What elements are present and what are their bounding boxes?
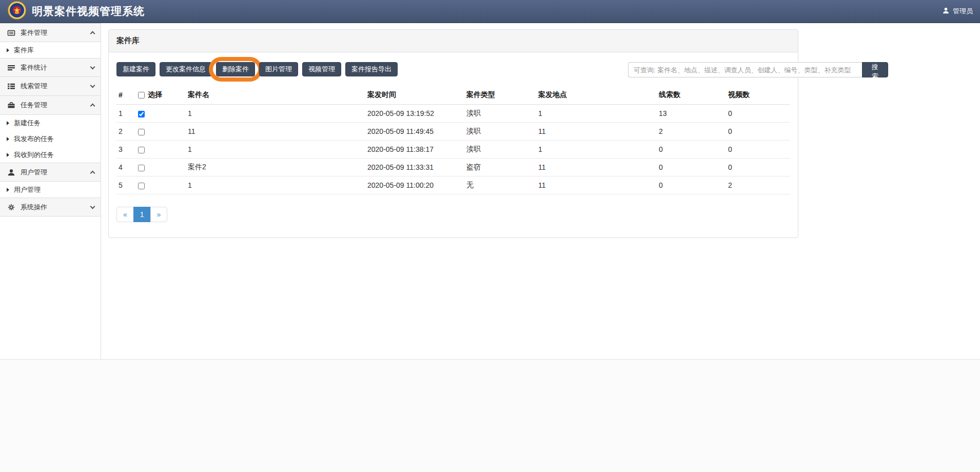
table-row: 112020-05-09 13:19:52渎职1130 [116,105,790,123]
search-button[interactable]: 搜索 [862,62,888,77]
sidebar-subitem-7[interactable]: 我收到的任务 [0,147,101,163]
toolbar-button-1[interactable]: 更改案件信息 [160,62,212,76]
cell-location: 11 [538,127,546,135]
briefcase-icon [7,101,15,109]
cell-index: 1 [119,109,123,117]
cell-clues: 0 [659,163,663,171]
sidebar-subitem-label: 我收到的任务 [14,150,54,160]
cell-clues: 13 [659,109,667,117]
row-checkbox[interactable] [138,183,145,189]
cell-videos: 0 [728,127,732,135]
cell-time: 2020-05-09 11:33:31 [367,163,434,171]
pagination-prev[interactable]: « [116,207,134,222]
sidebar-subitem-6[interactable]: 我发布的任务 [0,131,101,147]
column-header-1: 选择 [136,86,186,105]
cell-type: 渎职 [466,145,481,153]
cell-location: 11 [538,181,546,189]
cell-time: 2020-05-09 11:38:17 [367,145,434,153]
sidebar-item-label: 线索管理 [21,82,47,91]
user-icon [7,168,15,176]
brand: 明景案件视频管理系统 [7,1,145,22]
sidebar-subitem-5[interactable]: 新建任务 [0,115,101,131]
caret-right-icon [7,153,9,157]
sidebar-item-4[interactable]: 任务管理 [0,96,101,115]
row-checkbox[interactable] [138,129,145,135]
cell-clues: 0 [659,145,663,153]
cell-videos: 0 [728,109,732,117]
cell-clues: 2 [659,127,663,135]
sidebar-item-8[interactable]: 用户管理 [0,163,101,182]
user-name: 管理员 [953,7,973,16]
page-footer [0,359,980,472]
cell-time: 2020-05-09 11:00:20 [367,181,434,189]
user-menu[interactable]: 管理员 [942,7,973,16]
table-body: 112020-05-09 13:19:52渎职11302112020-05-09… [116,105,790,194]
sidebar: 案件管理 案件库 案件统计 线索管理 任务管理 新建任务 我发布的任务 我收到的… [0,23,101,359]
toolbar-button-3[interactable]: 图片管理 [259,62,298,76]
toolbar: 新建案件更改案件信息删除案件图片管理视频管理案件报告导出 搜索 [116,62,790,77]
cell-type: 盗窃 [466,163,481,171]
sidebar-subitem-label: 案件库 [14,46,34,55]
cell-videos: 0 [728,163,732,171]
sidebar-item-2[interactable]: 案件统计 [0,58,101,77]
select-all-checkbox[interactable] [138,92,145,99]
caret-right-icon [7,188,9,192]
chevron-down-icon [90,204,95,209]
table-row: 2112020-05-09 11:49:45渎职1120 [116,123,790,141]
newspaper-icon [7,29,15,37]
pagination: «1» [116,207,167,222]
cell-time: 2020-05-09 13:19:52 [367,109,434,117]
cell-index: 4 [119,163,123,171]
sidebar-subitem-label: 新建任务 [14,119,41,128]
table-row: 4案件22020-05-09 11:33:31盗窃1100 [116,159,790,176]
sidebar-item-label: 用户管理 [21,168,47,177]
column-header-2: 案件名 [186,86,365,105]
chevron-up-icon [90,104,95,109]
sidebar-subitem-label: 我发布的任务 [14,134,54,144]
cell-videos: 0 [728,145,732,153]
cell-time: 2020-05-09 11:49:45 [367,127,434,135]
sidebar-item-0[interactable]: 案件管理 [0,23,101,42]
cell-name: 1 [188,181,192,189]
sidebar-subitem-9[interactable]: 用户管理 [0,182,101,198]
chevron-up-icon [90,170,95,175]
sidebar-item-10[interactable]: 系统操作 [0,198,101,217]
column-header-4: 案件类型 [464,86,536,105]
sidebar-item-label: 任务管理 [21,101,47,110]
cell-location: 1 [538,109,542,117]
row-checkbox[interactable] [138,147,145,153]
highlight-annotation-ring [209,57,262,82]
row-checkbox[interactable] [138,165,145,171]
cell-index: 2 [119,127,123,135]
table-header: #选择案件名案发时间案件类型案发地点线索数视频数 [116,86,790,105]
sidebar-item-3[interactable]: 线索管理 [0,77,101,96]
cell-location: 11 [538,163,546,171]
toolbar-button-0[interactable]: 新建案件 [116,62,155,76]
cell-type: 渎职 [466,109,481,117]
search-input[interactable] [628,62,862,77]
app-title: 明景案件视频管理系统 [32,4,145,18]
cell-name: 11 [188,127,195,135]
sidebar-subitem-label: 用户管理 [14,185,41,194]
chevron-up-icon [90,31,95,36]
caret-right-icon [7,48,9,52]
pagination-page-1[interactable]: 1 [133,207,151,222]
search-group: 搜索 [628,62,888,77]
column-header-7: 视频数 [726,86,790,105]
toolbar-button-5[interactable]: 案件报告导出 [345,62,398,76]
cell-videos: 2 [728,181,732,189]
toolbar-button-4[interactable]: 视频管理 [302,62,341,76]
row-checkbox[interactable] [138,111,145,117]
table-row: 512020-05-09 11:00:20无1102 [116,176,790,194]
cell-name: 1 [188,145,192,153]
sidebar-subitem-1[interactable]: 案件库 [0,42,101,58]
toolbar-button-2[interactable]: 删除案件 [216,62,255,76]
pagination-next[interactable]: » [150,207,168,222]
gear-icon [7,203,15,211]
cases-table: #选择案件名案发时间案件类型案发地点线索数视频数 112020-05-09 13… [116,86,790,194]
column-header-0: # [116,86,136,105]
caret-right-icon [7,121,9,125]
cell-name: 案件2 [188,163,206,171]
cell-location: 1 [538,145,542,153]
cell-name: 1 [188,109,192,117]
